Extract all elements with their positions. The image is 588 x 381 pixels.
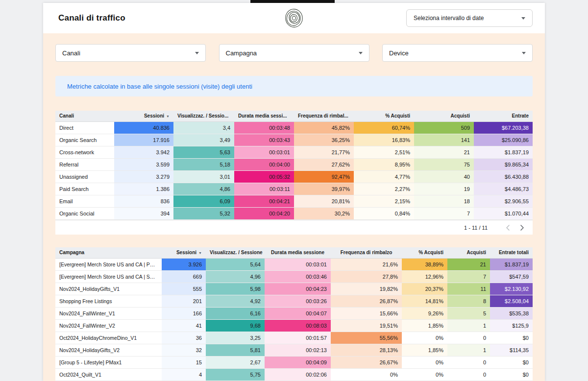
column-header-acquisti[interactable]: % Acquisti	[354, 111, 414, 121]
filter-device[interactable]: Device	[382, 44, 533, 62]
table-cell: $2.130,92	[490, 283, 533, 295]
table-cell: $2.508,04	[490, 295, 533, 307]
row-label-cell: [Evergreen] Merch Store US and CA | Perf…	[55, 259, 162, 270]
row-label-cell: Shopping Free Listings	[55, 295, 162, 307]
column-header-frequenza-di-rimbal[interactable]: Frequenza di rimbal...	[294, 111, 354, 121]
table-cell: 4,96	[206, 271, 265, 283]
table-cell: 5,75	[206, 369, 265, 381]
column-header-visualizzaz-sessio[interactable]: Visualizzaz. / Sessio...	[173, 111, 234, 121]
table-cell: $1.837,19	[490, 259, 533, 270]
table-cell: 9,68	[206, 320, 265, 332]
table-cell: 0%	[331, 369, 402, 381]
table-cell: $0	[490, 357, 533, 368]
chevron-down-icon	[195, 52, 199, 54]
table-cell: 40	[414, 171, 474, 183]
table-cell: $125,9	[490, 320, 533, 332]
table-row: Direct40.8363,400:03:4845,82%60,74%509$6…	[55, 122, 533, 134]
table-cell: 00:04:07	[265, 308, 331, 319]
table-row: Nov2024_FallWinter_V11666,1600:04:0715,6…	[55, 308, 533, 320]
table-cell: $2.906,55	[474, 195, 533, 207]
table-cell: 6,09	[173, 195, 234, 207]
table-cell: 00:02:06	[265, 369, 331, 381]
info-banner: Metriche calcolate in base alle singole …	[55, 76, 533, 96]
table-row: Oct2024_HolidayChromeDino_V1363,2500:01:…	[55, 332, 533, 344]
table-cell: 3.279	[114, 171, 173, 183]
report-header: Canali di traffico Seleziona intervallo …	[43, 3, 545, 33]
table-cell: 27,62%	[294, 159, 354, 170]
filter-canali[interactable]: Canali	[55, 44, 206, 62]
table-cell: 36,25%	[294, 134, 354, 146]
column-header-canali[interactable]: Canali	[55, 111, 114, 121]
table-cell: 92,47%	[294, 171, 354, 183]
table-cell: 5,63	[173, 146, 234, 158]
column-header-sessioni[interactable]: Sessioni▼	[114, 111, 173, 121]
canali-table-pagination: 1 - 11 / 11	[55, 220, 533, 235]
table-cell: 1	[447, 344, 490, 356]
table-cell: 15	[162, 357, 206, 368]
row-label-cell: Nov2024_FallWinter_V1	[55, 308, 162, 319]
table-cell: 20,81%	[294, 195, 354, 207]
table-cell: 1,85%	[402, 344, 447, 356]
table-cell: $6.430,88	[474, 171, 533, 183]
table-cell: 40.836	[114, 122, 173, 134]
table-cell: 6,16	[206, 308, 265, 319]
table-cell: 166	[162, 308, 206, 319]
table-cell: 27,8%	[331, 271, 402, 283]
filter-device-label: Device	[389, 49, 409, 57]
table-cell: 17.916	[114, 134, 173, 146]
table-cell: $535,38	[490, 308, 533, 319]
table-cell: 00:03:11	[234, 183, 294, 195]
table-cell: 8,95%	[354, 159, 414, 170]
table-cell: 2,67	[206, 357, 265, 368]
filter-campagna-label: Campagna	[226, 49, 257, 57]
column-header-acquisti[interactable]: Acquisti	[447, 247, 490, 258]
table-row: Organic Social3945,3200:04:2030,2%0,84%7…	[55, 208, 533, 220]
date-range-label: Seleziona intervallo di date	[414, 15, 484, 22]
table-cell: 1	[447, 320, 490, 332]
table-cell: 555	[162, 283, 206, 295]
table-cell: 3,25	[206, 332, 265, 344]
column-header-frequenza-di-rimbalzo[interactable]: Frequenza di rimbalzo	[331, 247, 402, 258]
row-label-cell: [Evergreen] Merch Store US and CA | Sear…	[55, 271, 162, 283]
table-cell: 3,49	[173, 134, 234, 146]
date-range-selector[interactable]: Seleziona intervallo di date	[406, 9, 533, 27]
filter-campagna[interactable]: Campagna	[219, 44, 369, 62]
column-header-entrate-totali[interactable]: Entrate totali	[490, 247, 533, 258]
column-header-visualizzaz-sessione[interactable]: Visualizzaz. / Sessione	[206, 247, 265, 258]
table-cell: 00:03:01	[234, 146, 294, 158]
table-cell: 4	[162, 369, 206, 381]
next-page-button[interactable]	[515, 221, 530, 235]
table-cell: 0%	[402, 357, 447, 368]
table-cell: 00:04:21	[234, 195, 294, 207]
table-row: Nov2024_FallWinter_V2419,6800:08:0319,51…	[55, 320, 533, 332]
table-cell: 15,66%	[331, 308, 402, 319]
table-cell: 28,13%	[331, 344, 402, 356]
table-cell: 32	[162, 344, 206, 356]
table-cell: 3,01	[173, 171, 234, 183]
row-label-cell: Nov2024_HolidayGifts_V1	[55, 283, 162, 295]
column-header-sessioni[interactable]: Sessioni▼	[162, 247, 206, 258]
column-header-acquisti[interactable]: % Acquisti	[402, 247, 447, 258]
table-cell: $67.203,38	[474, 122, 533, 134]
column-header-durata-media-sessione[interactable]: Durata media sessione	[265, 247, 331, 258]
table-cell: $25.090,86	[474, 134, 533, 146]
table-cell: 0,84%	[354, 208, 414, 219]
table-row: Organic Search17.9163,4900:03:4336,25%16…	[55, 134, 533, 146]
row-label-cell: Unassigned	[55, 171, 114, 183]
row-label-cell: [Group 5 - Lifestyle] PMax1	[55, 357, 162, 368]
column-header-campagna[interactable]: Campagna	[55, 247, 162, 258]
table-cell: $1.070,44	[474, 208, 533, 219]
row-label-cell: Organic Social	[55, 208, 114, 219]
table-cell: $114,35	[490, 344, 533, 356]
table-cell: $0	[490, 369, 533, 381]
column-header-entrate[interactable]: Entrate	[474, 111, 533, 121]
filter-bar: Canali Campagna Device	[55, 44, 533, 62]
previous-page-button[interactable]	[500, 221, 515, 235]
table-cell: 38,89%	[402, 259, 447, 270]
table-row: Paid Search1.3864,8600:03:1139,97%2,27%1…	[55, 183, 533, 195]
column-header-acquisti[interactable]: Acquisti	[414, 111, 474, 121]
row-label-cell: Oct2024_Quilt_V1	[55, 369, 162, 381]
column-header-durata-media-sessi[interactable]: Durata media sessi...	[234, 111, 294, 121]
row-label-cell: Nov2024_HolidayGifts_V2	[55, 344, 162, 356]
table-row: Email8366,0900:04:2120,81%2,15%18$2.906,…	[55, 195, 533, 208]
